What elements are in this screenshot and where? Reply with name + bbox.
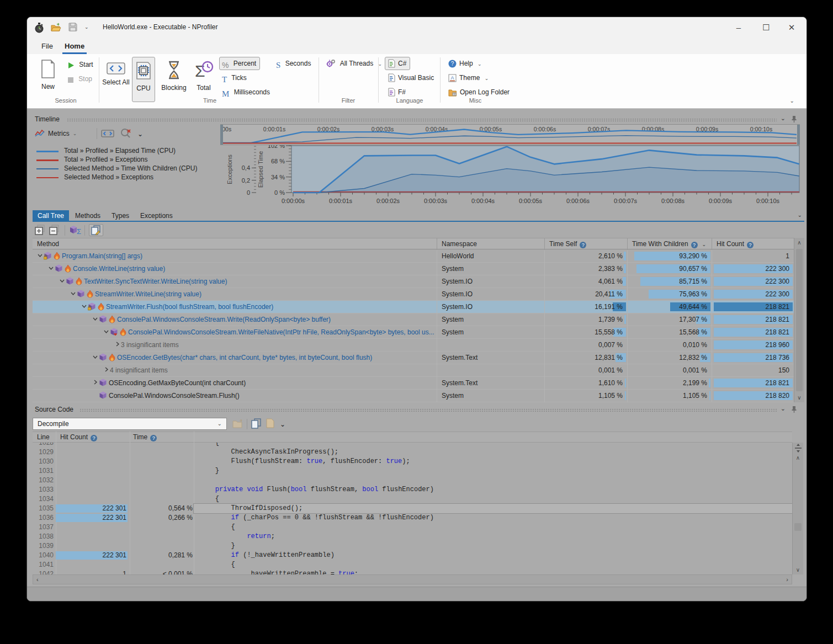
source-line[interactable]: 1033 private void Flush(bool flushStream… xyxy=(33,485,792,494)
collapse-ribbon-icon[interactable]: ⌄ xyxy=(790,98,794,104)
collapse-node-icon[interactable] xyxy=(69,288,77,300)
collapse-node-icon[interactable] xyxy=(91,313,99,326)
calltree-row[interactable]: Program.Main(string[] args)HelloWorld2,6… xyxy=(33,250,794,263)
calltree-scroll-thumb[interactable] xyxy=(796,249,803,391)
src-scroll-up-icon[interactable]: ∧ xyxy=(793,455,803,461)
tab-methods[interactable]: Methods xyxy=(70,210,105,222)
source-hscrollbar[interactable]: ‹ › xyxy=(33,574,792,584)
src-scroll-down-icon[interactable]: ∨ xyxy=(793,567,803,573)
source-line[interactable]: 1029 CheckAsyncTaskInProgress(); xyxy=(33,448,792,457)
zoom-selection-icon[interactable] xyxy=(101,129,114,138)
tab-file[interactable]: File xyxy=(38,40,56,54)
minimize-button[interactable]: – xyxy=(726,17,751,38)
splitter-handle-icon[interactable] xyxy=(794,444,802,455)
collapse-node-icon[interactable] xyxy=(58,275,66,288)
method-name[interactable]: OSEncoder.GetBytes(char* chars, int char… xyxy=(117,354,372,361)
scroll-up-icon[interactable]: ∧ xyxy=(794,239,804,246)
timeline-toolbar-overflow-icon[interactable]: ⌄ xyxy=(137,130,143,138)
csharp-button[interactable]: C# xyxy=(385,57,410,70)
all-threads-button[interactable]: All Threads ⌄ xyxy=(323,57,386,70)
open-session-icon[interactable] xyxy=(50,22,61,33)
method-name[interactable]: ConsolePal.WindowsConsoleStream.Write(Re… xyxy=(117,316,331,323)
source-line[interactable]: 1040222 3010,281 % if (!_haveWrittenPrea… xyxy=(33,551,792,560)
source-pin-icon[interactable] xyxy=(790,406,798,415)
source-line[interactable]: 10421< 0,001 % _haveWrittenPreamble = tr… xyxy=(33,570,792,574)
calltree-row[interactable]: OSEncoding.GetMaxByteCount(int charCount… xyxy=(33,377,794,390)
method-name[interactable]: StreamWriter.Flush(bool flushStream, boo… xyxy=(106,303,273,311)
collapse-node-icon[interactable] xyxy=(91,352,99,364)
expand-all-icon[interactable] xyxy=(35,225,46,236)
time-self-help-icon[interactable]: ? xyxy=(580,242,586,248)
stop-button[interactable]: Stop xyxy=(65,72,96,86)
timeline-chart[interactable]: Exceptions00,20,4Elapsed Time0 %34 %68 %… xyxy=(224,145,801,207)
close-button[interactable]: ✕ xyxy=(779,17,804,38)
src-time-help-icon[interactable]: ? xyxy=(150,435,157,441)
source-toolbar-overflow-icon[interactable]: ⌄ xyxy=(280,421,285,428)
theme-button[interactable]: A Theme ⌄ xyxy=(445,71,492,84)
collapse-all-icon[interactable] xyxy=(49,225,60,236)
collapse-node-icon[interactable] xyxy=(47,263,55,275)
calltree-row[interactable]: StreamWriter.WriteLine(string value)Syst… xyxy=(33,288,794,301)
copy-source-icon[interactable] xyxy=(251,418,261,429)
scroll-left-icon[interactable]: ‹ xyxy=(36,575,39,584)
timeline-pin-icon[interactable] xyxy=(790,115,798,125)
quick-access-caret-icon[interactable]: ⌄ xyxy=(84,24,95,35)
calltree-row[interactable]: ConsolePal.WindowsConsoleStream.Flush()S… xyxy=(33,390,794,402)
expand-node-icon[interactable] xyxy=(113,339,121,351)
source-line[interactable]: 1037 { xyxy=(33,523,792,532)
tab-types[interactable]: Types xyxy=(107,210,134,222)
source-line[interactable]: 1036222 3010,266 % if (_charPos == 0 && … xyxy=(33,513,792,523)
select-all-button[interactable]: Select All xyxy=(102,57,130,102)
timeline-grip[interactable] xyxy=(67,118,777,122)
tabstrip-overflow-icon[interactable]: ⌄ xyxy=(798,212,802,218)
method-name[interactable]: TextWriter.SyncTextWriter.WriteLine(stri… xyxy=(84,278,227,285)
start-button[interactable]: Start xyxy=(65,58,97,71)
source-line[interactable]: 1030 Flush(flushStream: true, flushEncod… xyxy=(33,457,792,466)
annotate-copy-icon[interactable] xyxy=(89,224,103,236)
source-mode-dropdown[interactable]: Decompile ⌄ xyxy=(33,418,227,430)
source-line[interactable]: 1039 } xyxy=(33,541,792,551)
tab-exceptions[interactable]: Exceptions xyxy=(135,210,178,222)
column-method[interactable]: Method xyxy=(33,238,437,250)
help-button[interactable]: ? Help ⌄ xyxy=(445,57,486,70)
metrics-button[interactable]: Metrics ⌄ xyxy=(35,127,77,140)
calltree-row[interactable]: 3 insignificant items0,007 %0,010 %218 9… xyxy=(33,339,794,352)
maximize-button[interactable]: ☐ xyxy=(754,17,779,38)
column-line[interactable]: Line xyxy=(37,433,50,441)
calltree-row[interactable]: ConsolePal.WindowsConsoleStream.Write(Re… xyxy=(33,313,794,326)
expand-node-icon[interactable] xyxy=(91,377,99,389)
method-name[interactable]: Program.Main(string[] args) xyxy=(62,252,142,260)
calltree-row[interactable]: TextWriter.SyncTextWriter.WriteLine(stri… xyxy=(33,275,794,288)
cpu-time-button[interactable]: CPU xyxy=(132,57,155,102)
calltree-row[interactable]: Console.WriteLine(string value)System2,3… xyxy=(33,263,794,275)
column-namespace[interactable]: Namespace xyxy=(437,238,544,250)
source-grip[interactable] xyxy=(79,408,777,412)
total-time-button[interactable]: Σ Total xyxy=(192,57,216,102)
scroll-right-icon[interactable]: › xyxy=(786,575,788,584)
source-line[interactable]: 1028 { xyxy=(33,443,792,448)
ticks-button[interactable]: T Ticks xyxy=(219,71,251,84)
column-src-hit-count[interactable]: Hit Count? xyxy=(60,433,97,441)
source-line[interactable]: 1034 { xyxy=(33,494,792,504)
source-scroll-thumb[interactable] xyxy=(794,523,802,531)
source-line[interactable]: 1041 { xyxy=(33,560,792,570)
expand-node-icon[interactable] xyxy=(102,364,110,376)
save-session-icon[interactable] xyxy=(68,22,79,33)
time-with-children-help-icon[interactable]: ? xyxy=(691,242,698,248)
calltree-row[interactable]: OSEncoder.GetBytes(char* chars, int char… xyxy=(33,352,794,364)
visual-basic-button[interactable]: Visual Basic xyxy=(385,71,438,84)
blocking-time-button[interactable]: Blocking xyxy=(158,57,189,102)
src-hit-help-icon[interactable]: ? xyxy=(91,435,97,441)
new-session-button[interactable]: New xyxy=(35,57,61,102)
source-line[interactable]: 1038 return; xyxy=(33,532,792,541)
column-time-self[interactable]: Time Self? xyxy=(544,238,627,250)
hit-count-help-icon[interactable]: ? xyxy=(747,242,754,248)
scroll-down-icon[interactable]: ∨ xyxy=(794,395,804,401)
timeline-overview[interactable]: 0:00:00s0:00:01s0:00:02s0:00:03s0:00:04s… xyxy=(220,124,800,145)
seconds-button[interactable]: S Seconds xyxy=(273,57,315,70)
source-line[interactable]: 1032 xyxy=(33,476,792,485)
column-src-time[interactable]: Time? xyxy=(133,433,157,441)
calltree-row[interactable]: StreamWriter.Flush(bool flushStream, boo… xyxy=(33,301,794,313)
calltree-scrollbar[interactable]: ∧ ∨ xyxy=(794,238,804,402)
calltree-row[interactable]: 4 insignificant items0,001 %0,001 %150 xyxy=(33,364,794,377)
